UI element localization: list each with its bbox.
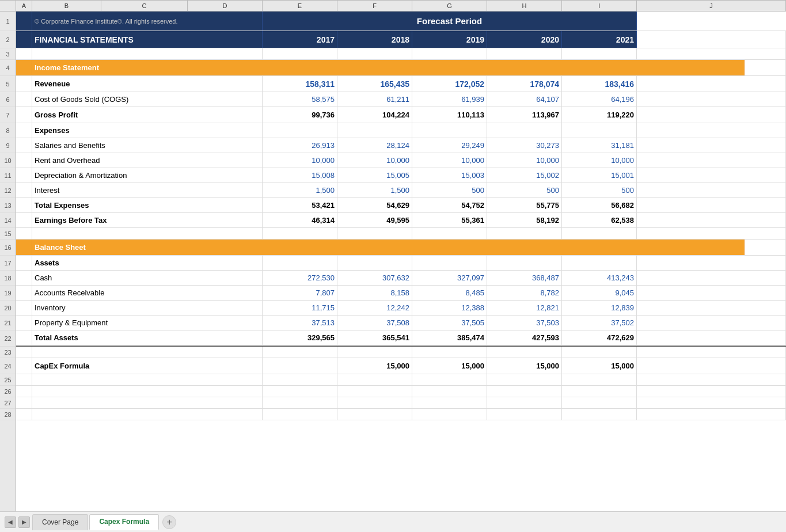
cell-1-copyright: © Corporate Finance Institute®. All righ… xyxy=(32,12,263,31)
cell-20j xyxy=(637,301,786,315)
row-num-4: 4 xyxy=(0,60,16,76)
cogs-2018: 61,211 xyxy=(386,95,409,104)
row-num-14: 14 xyxy=(0,213,16,228)
cogs-2020: 64,107 xyxy=(536,95,559,104)
cell-7j xyxy=(637,107,786,123)
cell-7-2021: 119,220 xyxy=(562,107,637,123)
col-header-d: D xyxy=(188,0,263,11)
cell-2-j xyxy=(637,31,786,48)
cell-23g xyxy=(412,347,487,358)
row-27 xyxy=(16,397,786,409)
cell-27e xyxy=(263,397,337,408)
cell-25b xyxy=(32,374,263,385)
tab-cover-page[interactable]: Cover Page xyxy=(32,514,88,530)
cell-3g xyxy=(412,48,487,59)
row-num-23: 23 xyxy=(0,347,16,358)
row-num-26: 26 xyxy=(0,386,16,397)
cell-11-2018: 15,005 xyxy=(337,168,412,183)
cell-28j xyxy=(637,409,786,420)
row-14-ebt: Earnings Before Tax 46,314 49,595 55,361… xyxy=(16,213,786,228)
row-26 xyxy=(16,386,786,397)
cell-21-2018: 37,508 xyxy=(337,316,412,330)
cell-26h xyxy=(487,386,562,397)
ebt-2019: 55,361 xyxy=(461,216,484,225)
copyright-text: © Corporate Finance Institute®. All righ… xyxy=(35,18,178,25)
cell-24-2020: 15,000 xyxy=(487,358,562,374)
salaries-2019: 29,249 xyxy=(461,141,484,150)
cell-3a xyxy=(16,48,32,59)
gross-profit-2021: 119,220 xyxy=(607,111,634,119)
cell-7-label: Gross Profit xyxy=(32,107,263,123)
assets-header: Assets xyxy=(35,259,59,267)
gross-profit-2020: 113,967 xyxy=(532,111,559,119)
tab-nav-left[interactable]: ◀ xyxy=(5,516,16,528)
row-num-22: 22 xyxy=(0,330,16,347)
cell-21-2020: 37,503 xyxy=(487,316,562,330)
cell-13-2021: 56,682 xyxy=(562,198,637,212)
cell-22-2021: 472,629 xyxy=(562,330,637,345)
col-header-i: I xyxy=(562,0,637,11)
cell-24-2017 xyxy=(263,358,337,374)
depreciation-2021: 15,001 xyxy=(611,171,634,180)
gross-profit-2019: 110,113 xyxy=(457,111,484,119)
row-20-inventory: Inventory 11,715 12,242 12,388 12,821 12… xyxy=(16,301,786,316)
cell-3b xyxy=(32,48,263,59)
revenue-2019: 172,052 xyxy=(455,79,484,89)
cell-4a xyxy=(16,60,32,75)
inventory-label: Inventory xyxy=(35,303,65,312)
cell-13-2019: 54,752 xyxy=(412,198,487,212)
revenue-2018: 165,435 xyxy=(380,79,409,89)
cell-3e xyxy=(263,48,337,59)
cell-8i xyxy=(562,123,637,138)
col-header-j: J xyxy=(637,0,786,11)
cell-17f xyxy=(337,256,412,270)
cell-11-2019: 15,003 xyxy=(412,168,487,183)
column-headers: A B C D E F G H I J xyxy=(0,0,786,12)
cell-8h xyxy=(487,123,562,138)
row-num-21: 21 xyxy=(0,316,16,330)
cell-6-label: Cost of Goods Sold (COGS) xyxy=(32,92,263,107)
cash-2018: 307,632 xyxy=(382,273,409,282)
cell-21-label: Property & Equipment xyxy=(32,316,263,330)
tab-add-button[interactable]: + xyxy=(162,515,176,529)
tab-capex-formula[interactable]: Capex Formula xyxy=(89,514,159,530)
cell-21-2017: 37,513 xyxy=(263,316,337,330)
cell-26b xyxy=(32,386,263,397)
interest-2021: 500 xyxy=(621,186,634,195)
cell-9-2020: 30,273 xyxy=(487,138,562,153)
row-num-8: 8 xyxy=(0,123,16,138)
cell-14a xyxy=(16,213,32,227)
cell-4-income-label: Income Statement xyxy=(32,60,745,75)
ar-2017: 7,807 xyxy=(316,288,335,297)
cell-14-2018: 49,595 xyxy=(337,213,412,227)
row-13-total-expenses: Total Expenses 53,421 54,629 54,752 55,7… xyxy=(16,198,786,213)
revenue-2020: 178,074 xyxy=(530,79,559,89)
cell-28a xyxy=(16,409,32,420)
col-header-f: F xyxy=(337,0,412,11)
cell-26f xyxy=(337,386,412,397)
cell-12-2017: 1,500 xyxy=(263,183,337,197)
cell-20-2020: 12,821 xyxy=(487,301,562,315)
cell-18-2017: 272,530 xyxy=(263,271,337,285)
row-num-25: 25 xyxy=(0,374,16,386)
cell-27f xyxy=(337,397,412,408)
cash-2017: 272,530 xyxy=(307,273,335,282)
cell-24a xyxy=(16,358,32,374)
cell-19-2017: 7,807 xyxy=(263,286,337,300)
tab-nav-right[interactable]: ▶ xyxy=(18,516,30,528)
row-num-3: 3 xyxy=(0,48,16,60)
cell-24-label: CapEx Formula xyxy=(32,358,263,374)
row-num-9: 9 xyxy=(0,138,16,153)
cell-19-2020: 8,782 xyxy=(487,286,562,300)
cell-13a xyxy=(16,198,32,212)
cell-10-2021: 10,000 xyxy=(562,153,637,168)
inventory-2019: 12,388 xyxy=(461,303,484,312)
row-num-1: 1 xyxy=(0,12,16,31)
rent-2021: 10,000 xyxy=(611,156,634,165)
cell-7-2019: 110,113 xyxy=(412,107,487,123)
cell-17-label: Assets xyxy=(32,256,263,270)
cell-15f xyxy=(337,228,412,239)
cell-12-2018: 1,500 xyxy=(337,183,412,197)
total-assets-2021: 472,629 xyxy=(607,333,634,342)
cell-18-2021: 413,243 xyxy=(562,271,637,285)
